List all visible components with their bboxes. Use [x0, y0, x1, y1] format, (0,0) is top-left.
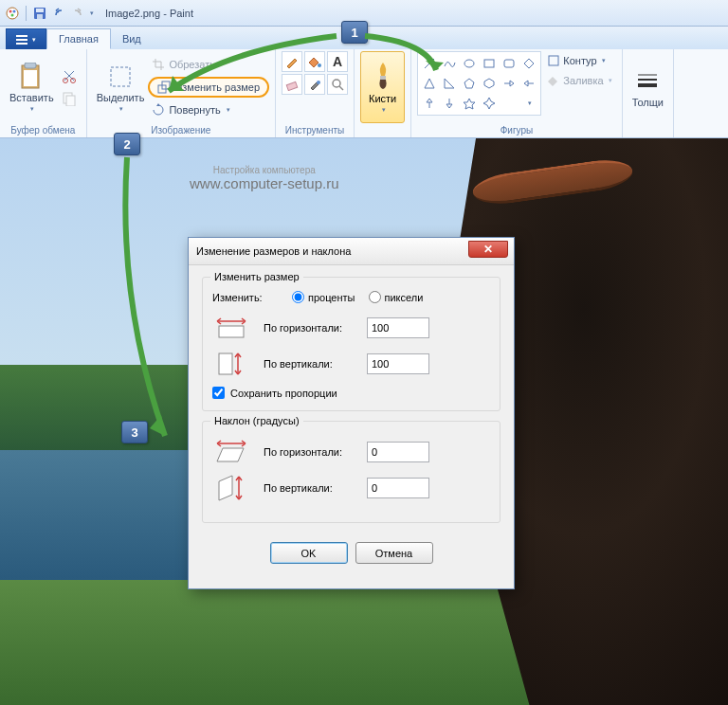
skew-h-input[interactable]: [367, 442, 429, 462]
tool-pencil[interactable]: [282, 51, 302, 72]
skew-v-input[interactable]: [367, 478, 429, 498]
aspect-label: Сохранить пропорции: [230, 388, 337, 399]
vertical-label: По вертикали:: [264, 358, 354, 370]
clipboard-icon: [17, 63, 46, 91]
rotate-icon: [152, 103, 165, 117]
shapes-gallery[interactable]: ▾: [417, 51, 541, 116]
svg-rect-16: [66, 96, 75, 106]
paste-button[interactable]: Вставить▾: [6, 51, 58, 123]
by-label: Изменить:: [212, 292, 279, 303]
ok-button[interactable]: OK: [270, 542, 348, 564]
svg-rect-11: [25, 63, 36, 68]
aspect-checkbox[interactable]: [212, 387, 225, 399]
lines-icon: [633, 67, 662, 96]
svg-rect-37: [549, 56, 558, 65]
tab-home[interactable]: Главная: [46, 28, 111, 49]
svg-line-26: [425, 59, 434, 68]
svg-rect-42: [219, 326, 244, 337]
svg-rect-9: [16, 43, 27, 45]
resize-fieldset: Изменить размер Изменить: проценты пиксе…: [202, 277, 500, 411]
brushes-button[interactable]: Кисти▾: [360, 51, 405, 123]
tool-picker[interactable]: [304, 74, 325, 95]
svg-point-2: [13, 9, 16, 12]
tool-fill[interactable]: [304, 51, 325, 72]
brush-icon: [371, 61, 395, 91]
dialog-close-button[interactable]: ✕: [468, 241, 508, 258]
select-icon: [106, 63, 135, 91]
group-label-brushes: [360, 135, 405, 137]
svg-rect-17: [111, 67, 130, 86]
svg-marker-33: [464, 79, 474, 88]
svg-point-3: [11, 13, 14, 16]
dialog-title: Изменение размеров и наклона: [196, 245, 351, 257]
resize-dialog: Изменение размеров и наклона ✕ Изменить …: [188, 237, 515, 589]
cancel-button[interactable]: Отмена: [355, 542, 433, 564]
svg-marker-32: [445, 79, 454, 88]
scissors-icon: [62, 68, 77, 83]
tool-eraser[interactable]: [282, 74, 302, 95]
svg-rect-8: [16, 39, 27, 41]
svg-marker-36: [483, 98, 495, 109]
shape-fill-button[interactable]: Заливка▾: [543, 71, 615, 90]
svg-rect-25: [380, 76, 386, 80]
vertical-input[interactable]: [367, 353, 429, 374]
rotate-button[interactable]: Повернуть▾: [148, 99, 269, 120]
annotation-badge-2: 2: [114, 133, 140, 155]
outline-icon: [547, 54, 560, 67]
dialog-titlebar[interactable]: Изменение размеров и наклона ✕: [189, 238, 514, 265]
cut-button[interactable]: [58, 65, 81, 86]
svg-point-0: [7, 8, 18, 19]
group-tools: A Инструменты: [276, 49, 355, 137]
undo-icon[interactable]: [50, 5, 67, 22]
svg-point-22: [317, 81, 320, 84]
radio-pixels[interactable]: пиксели: [369, 291, 424, 303]
horizontal-icon: [212, 315, 250, 341]
group-shapes: ▾ Контур▾ Заливка▾ Фигуры: [411, 49, 622, 137]
qat-separator: [26, 6, 27, 21]
svg-rect-29: [504, 60, 514, 67]
svg-point-14: [70, 79, 75, 83]
svg-rect-6: [37, 14, 43, 19]
group-label-shapes: Фигуры: [417, 124, 615, 137]
tool-zoom[interactable]: [327, 74, 348, 95]
save-icon[interactable]: [31, 5, 48, 22]
tool-text[interactable]: A: [327, 51, 348, 72]
svg-rect-28: [484, 60, 494, 67]
shape-outline-button[interactable]: Контур▾: [543, 51, 615, 70]
svg-point-23: [333, 80, 340, 87]
skew-h-icon: [212, 439, 250, 465]
svg-marker-31: [425, 79, 434, 88]
watermark: Настройка компьютера www.computer-setup.…: [190, 165, 339, 191]
skew-v-label: По вертикали:: [264, 482, 354, 494]
group-clipboard: Вставить▾ Буфер обмена: [0, 49, 87, 137]
resize-button[interactable]: Изменить размер: [148, 77, 269, 98]
svg-marker-30: [524, 59, 534, 68]
horizontal-input[interactable]: [367, 317, 429, 338]
svg-rect-5: [36, 9, 44, 12]
skew-v-icon: [212, 475, 250, 501]
tab-view[interactable]: Вид: [111, 28, 153, 49]
select-button[interactable]: Выделить▾: [93, 51, 149, 123]
vertical-icon: [212, 351, 250, 377]
resize-legend: Изменить размер: [210, 271, 303, 282]
qat-customize-icon[interactable]: ▾: [90, 9, 94, 17]
radio-percent[interactable]: проценты: [292, 291, 355, 303]
svg-rect-21: [286, 81, 297, 90]
copy-button[interactable]: [58, 88, 81, 109]
svg-point-13: [63, 79, 67, 83]
redo-icon[interactable]: [69, 5, 86, 22]
svg-point-20: [318, 63, 321, 67]
group-size: Толщи: [623, 49, 674, 137]
crop-icon: [152, 58, 165, 71]
crop-button[interactable]: Обрезать: [148, 54, 269, 75]
fill-icon: [547, 74, 560, 87]
group-label-tools: Инструменты: [282, 124, 348, 137]
ribbon: Вставить▾ Буфер обмена Выделить▾ Обрезат…: [0, 49, 728, 138]
file-menu[interactable]: ▾: [6, 28, 46, 49]
annotation-badge-3: 3: [121, 421, 148, 443]
svg-marker-47: [219, 476, 232, 500]
svg-marker-46: [217, 448, 244, 461]
horizontal-label: По горизонтали:: [264, 322, 354, 334]
svg-marker-35: [464, 99, 475, 109]
size-button[interactable]: Толщи: [628, 51, 667, 123]
